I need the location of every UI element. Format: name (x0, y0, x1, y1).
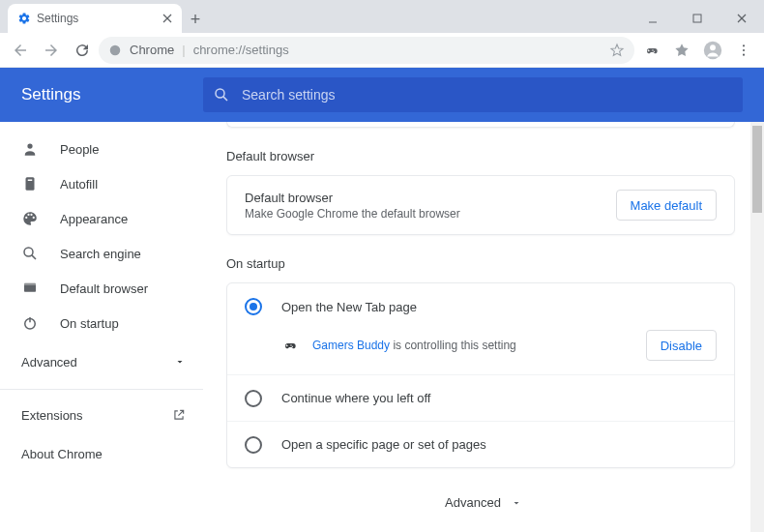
radio-icon (245, 436, 262, 454)
sidebar-item-label: Search engine (60, 247, 141, 261)
new-tab-button[interactable]: + (182, 6, 209, 33)
svg-point-10 (743, 48, 745, 50)
browser-toolbar: Chrome | chrome://settings (0, 33, 764, 68)
sidebar-item-label: People (60, 142, 99, 157)
sidebar-item-default-browser[interactable]: Default browser (0, 271, 203, 306)
svg-line-13 (223, 97, 227, 101)
omnibox-path: chrome://settings (193, 43, 289, 57)
window-controls (631, 4, 764, 33)
radio-icon (245, 298, 262, 315)
extension-icons (636, 36, 696, 65)
settings-search[interactable] (203, 77, 743, 112)
section-title-on-startup: On startup (226, 256, 735, 271)
advanced-footer-label: Advanced (445, 495, 501, 510)
gear-icon (17, 12, 31, 25)
tab-title: Settings (37, 12, 157, 25)
about-label: About Chrome (21, 447, 103, 461)
settings-content: Default browser Default browser Make Goo… (203, 122, 764, 532)
titlebar: Settings + (0, 0, 764, 33)
advanced-label: Advanced (21, 355, 77, 369)
svg-rect-3 (693, 15, 701, 22)
scrollbar[interactable] (750, 122, 764, 532)
sidebar-item-appearance[interactable]: Appearance (0, 201, 203, 236)
svg-point-6 (110, 44, 121, 55)
svg-line-18 (32, 255, 36, 259)
svg-point-8 (710, 44, 716, 50)
radio-specific-pages[interactable]: Open a specific page or set of pages (227, 421, 734, 467)
svg-rect-16 (28, 180, 33, 182)
bookmark-star-icon[interactable] (609, 43, 625, 58)
sidebar-item-label: On startup (60, 316, 119, 331)
extension-icon[interactable] (667, 36, 696, 65)
radio-label: Open the New Tab page (281, 300, 417, 314)
svg-point-14 (27, 143, 32, 148)
sidebar-item-about[interactable]: About Chrome (0, 434, 203, 473)
settings-header: Settings (0, 68, 764, 122)
radio-icon (245, 390, 262, 407)
controlling-extension-row: Gamers Buddy is controlling this setting… (227, 330, 734, 374)
extensions-label: Extensions (21, 408, 83, 423)
extension-gamers-icon[interactable] (636, 36, 665, 65)
open-in-new-icon (172, 408, 186, 422)
close-window-button[interactable] (720, 4, 764, 33)
omnibox-host: Chrome (130, 43, 174, 57)
site-info-icon[interactable] (108, 44, 122, 57)
minimize-button[interactable] (631, 4, 675, 33)
sidebar: People Autofill Appearance Search engine… (0, 122, 203, 532)
previous-card-edge (226, 122, 735, 128)
forward-button[interactable] (37, 36, 66, 65)
default-browser-card: Default browser Make Google Chrome the d… (226, 175, 735, 235)
svg-rect-20 (24, 283, 36, 285)
reload-button[interactable] (68, 36, 97, 65)
sidebar-item-autofill[interactable]: Autofill (0, 166, 203, 201)
controlling-extension-text: is controlling this setting (390, 339, 516, 352)
sidebar-item-label: Appearance (60, 212, 128, 226)
disable-extension-button[interactable]: Disable (646, 330, 717, 361)
sidebar-item-people[interactable]: People (0, 132, 203, 166)
svg-rect-15 (26, 177, 35, 191)
on-startup-card: Open the New Tab page Gamers Buddy is co… (226, 282, 735, 468)
radio-continue[interactable]: Continue where you left off (227, 374, 734, 421)
maximize-button[interactable] (675, 4, 720, 33)
page-title: Settings (0, 85, 203, 104)
section-title-default-browser: Default browser (226, 149, 735, 163)
menu-button[interactable] (729, 36, 758, 65)
browser-tab[interactable]: Settings (8, 4, 182, 33)
gamepad-icon (281, 338, 299, 353)
close-icon[interactable] (162, 14, 172, 23)
sidebar-advanced-toggle[interactable]: Advanced (0, 340, 203, 383)
sidebar-item-search-engine[interactable]: Search engine (0, 236, 203, 271)
radio-open-new-tab[interactable]: Open the New Tab page (227, 283, 734, 330)
svg-point-9 (743, 44, 745, 46)
advanced-footer-toggle[interactable]: Advanced (203, 495, 764, 510)
default-browser-row-title: Default browser (245, 191, 616, 205)
sidebar-item-label: Default browser (60, 281, 148, 296)
divider (0, 389, 203, 390)
chevron-down-icon (511, 497, 522, 509)
make-default-button[interactable]: Make default (616, 190, 717, 221)
default-browser-row-desc: Make Google Chrome the default browser (245, 207, 616, 221)
radio-label: Continue where you left off (281, 391, 430, 405)
address-bar[interactable]: Chrome | chrome://settings (99, 37, 634, 64)
profile-avatar[interactable] (698, 36, 727, 65)
svg-point-11 (743, 53, 745, 55)
controlling-extension-link[interactable]: Gamers Buddy (312, 339, 390, 352)
search-input[interactable] (242, 87, 733, 103)
sidebar-item-on-startup[interactable]: On startup (0, 306, 203, 340)
radio-label: Open a specific page or set of pages (281, 437, 486, 452)
chevron-down-icon (174, 356, 186, 368)
scrollbar-thumb[interactable] (752, 126, 762, 213)
search-icon (213, 86, 230, 103)
sidebar-item-label: Autofill (60, 177, 98, 192)
sidebar-item-extensions[interactable]: Extensions (0, 396, 203, 434)
back-button[interactable] (6, 36, 35, 65)
svg-point-12 (216, 89, 224, 98)
settings-body: People Autofill Appearance Search engine… (0, 122, 764, 532)
svg-point-17 (24, 248, 33, 256)
